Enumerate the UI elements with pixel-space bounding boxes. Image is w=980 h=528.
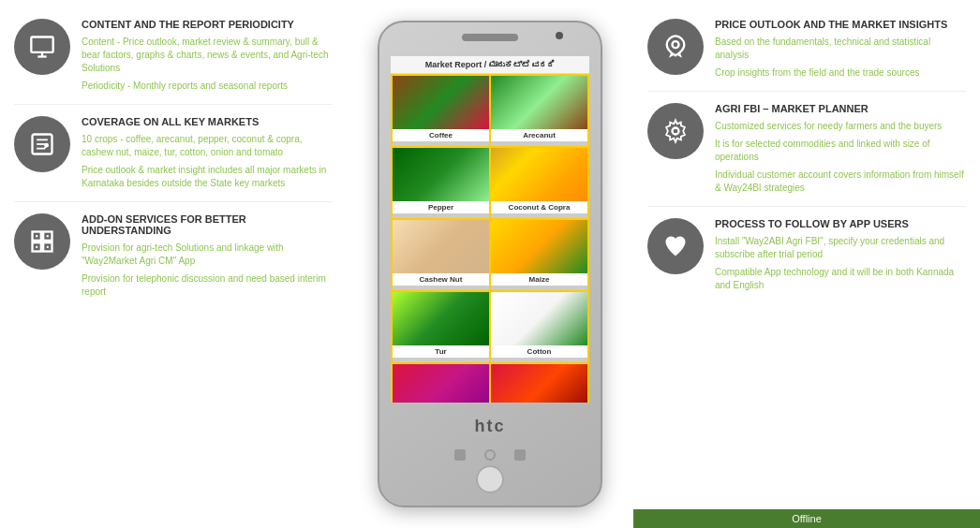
- crop-image-maize: [491, 220, 587, 273]
- phone-camera: [556, 32, 563, 39]
- crop-label-cotton: Cotton: [491, 345, 587, 358]
- feature-text-coverage: COVERAGE ON ALL KEY MARKETS 10 crops - c…: [82, 116, 333, 190]
- svg-point-16: [673, 128, 679, 135]
- monitor-icon-circle: [14, 19, 70, 75]
- feature-block-content: CONTENT AND THE REPORT PERIODICITY Conte…: [14, 9, 333, 102]
- screen-header: Market Report / ಮಾರುಕಟ್ಟೆ ವರದಿ: [391, 56, 589, 74]
- heart-icon: [662, 233, 689, 259]
- divider-1: [14, 104, 333, 105]
- heart-icon-circle: [647, 218, 704, 274]
- divider-2: [14, 201, 333, 202]
- phone-bottom-nav: [454, 449, 526, 461]
- gear-icon-circle: [647, 103, 704, 159]
- phone-mockup: Market Report / ಮಾರುಕಟ್ಟೆ ವರದಿ Coffee Ar…: [378, 21, 602, 507]
- feature-text-addon: ADD-ON SERVICES FOR BETTER UNDERSTANDING…: [82, 213, 333, 299]
- phone-brand-area: htc: [379, 403, 601, 449]
- home-btn[interactable]: [484, 449, 496, 461]
- feature-title-addon: ADD-ON SERVICES FOR BETTER UNDERSTANDING: [82, 213, 333, 236]
- crop-cell-coffee[interactable]: Coffee: [393, 76, 489, 146]
- feature-block-process: PROCESS TO FOLLOW BY APP USERS Install "…: [647, 209, 966, 301]
- feature-desc-process-1: Install "Way2ABI Agri FBI", specify your…: [715, 235, 966, 261]
- svg-point-15: [673, 41, 679, 48]
- phone-bottom-bar: htc: [379, 403, 601, 506]
- feature-desc-addon-1: Provision for agri-tech Solutions and li…: [82, 242, 333, 268]
- recents-btn[interactable]: [514, 449, 526, 461]
- svg-point-6: [44, 143, 49, 148]
- crop-image-tur: [393, 292, 489, 345]
- crop-image-cashew: [393, 220, 489, 273]
- phone-brand-label: htc: [475, 417, 506, 436]
- crop-label-coffee: Coffee: [393, 129, 489, 141]
- feature-block-price: PRICE OUTLOOK AND THE MARKET INSIGHTS Ba…: [647, 9, 966, 89]
- center-column: Market Report / ಮಾರುಕಟ್ಟೆ ವರದಿ Coffee Ar…: [347, 0, 633, 528]
- feature-block-agri: AGRI FBI – MARKET PLANNER Customized ser…: [647, 94, 966, 204]
- svg-point-12: [47, 235, 49, 237]
- crop-cell-tomato[interactable]: Tomato: [491, 364, 587, 403]
- crop-image-onion: [393, 364, 489, 403]
- feature-desc-process-2: Compatible App technology and it will be…: [715, 266, 966, 292]
- left-column: CONTENT AND THE REPORT PERIODICITY Conte…: [0, 0, 347, 528]
- crop-image-coconut: [491, 148, 587, 201]
- divider-4: [647, 206, 966, 207]
- phone-screen: Market Report / ಮಾರುಕಟ್ಟೆ ವರದಿ Coffee Ar…: [391, 56, 589, 403]
- feature-desc-price-1: Based on the fundamentals, technical and…: [715, 36, 966, 62]
- feature-desc-agri-1: Customized services for needy farmers an…: [715, 120, 966, 133]
- phone-speaker: [462, 34, 518, 41]
- crop-cell-maize[interactable]: Maize: [491, 220, 587, 290]
- addon-icon-circle: [14, 213, 70, 270]
- feature-desc-content-1: Content - Price outlook, market review &…: [82, 36, 333, 75]
- svg-point-14: [47, 246, 49, 248]
- crop-image-arecanut: [491, 76, 587, 129]
- crop-cell-arecanut[interactable]: Arecanut: [491, 76, 587, 146]
- addon-icon: [29, 228, 55, 255]
- phone-bottom-button[interactable]: [476, 465, 504, 493]
- crop-cell-cotton[interactable]: Cotton: [491, 292, 587, 362]
- feature-desc-coverage-1: 10 crops - coffee, arecanut, pepper, coc…: [82, 133, 333, 159]
- feature-text-process: PROCESS TO FOLLOW BY APP USERS Install "…: [715, 218, 966, 292]
- crop-cell-pepper[interactable]: Pepper: [393, 148, 489, 218]
- feature-desc-agri-2: It is for selected commodities and linke…: [715, 138, 966, 164]
- phone-top-bar: [379, 22, 601, 56]
- crop-label-maize: Maize: [491, 273, 587, 286]
- svg-point-13: [36, 246, 37, 248]
- page-container: CONTENT AND THE REPORT PERIODICITY Conte…: [0, 0, 980, 528]
- crop-label-coconut: Coconut & Copra: [491, 201, 587, 213]
- feature-text-price: PRICE OUTLOOK AND THE MARKET INSIGHTS Ba…: [715, 19, 966, 80]
- feature-title-agri: AGRI FBI – MARKET PLANNER: [715, 103, 966, 114]
- right-column: PRICE OUTLOOK AND THE MARKET INSIGHTS Ba…: [633, 0, 980, 528]
- feature-title-process: PROCESS TO FOLLOW BY APP USERS: [715, 218, 966, 229]
- rocket-icon: [662, 34, 689, 60]
- crop-cell-tur[interactable]: Tur: [393, 292, 489, 362]
- edit-icon: [29, 131, 55, 157]
- offline-label: Offline: [792, 513, 822, 524]
- crop-label-pepper: Pepper: [393, 201, 489, 213]
- crop-label-tur: Tur: [393, 345, 489, 358]
- crop-cell-coconut[interactable]: Coconut & Copra: [491, 148, 587, 218]
- crop-label-cashew: Cashew Nut: [393, 273, 489, 286]
- divider-3: [647, 91, 966, 92]
- crops-grid: Coffee Arecanut Pepper Coconut & Copra: [391, 74, 589, 403]
- offline-bar: Offline: [633, 509, 980, 528]
- feature-desc-price-2: Crop insights from the field and the tra…: [715, 66, 966, 80]
- gear-icon: [662, 118, 689, 144]
- crop-image-tomato: [491, 364, 587, 403]
- feature-text-agri: AGRI FBI – MARKET PLANNER Customized ser…: [715, 103, 966, 195]
- monitor-icon: [29, 34, 55, 60]
- feature-desc-addon-2: Provision for telephonic discussion and …: [82, 272, 333, 299]
- feature-desc-content-2: Periodicity - Monthly reports and season…: [82, 80, 333, 93]
- crop-image-pepper: [393, 148, 489, 201]
- svg-point-11: [36, 235, 37, 237]
- feature-desc-agri-3: Individual customer account covers infor…: [715, 169, 966, 195]
- edit-icon-circle: [14, 116, 70, 172]
- feature-block-coverage: COVERAGE ON ALL KEY MARKETS 10 crops - c…: [14, 107, 333, 199]
- back-btn[interactable]: [454, 449, 466, 461]
- crop-image-coffee: [393, 76, 489, 129]
- rocket-icon-circle: [647, 19, 704, 75]
- crop-cell-onion[interactable]: Onion: [393, 364, 489, 403]
- feature-title-content: CONTENT AND THE REPORT PERIODICITY: [82, 19, 333, 30]
- feature-title-coverage: COVERAGE ON ALL KEY MARKETS: [82, 116, 333, 127]
- feature-text-content: CONTENT AND THE REPORT PERIODICITY Conte…: [82, 19, 333, 93]
- crop-label-arecanut: Arecanut: [491, 129, 587, 141]
- feature-desc-coverage-2: Price outlook & market insight includes …: [82, 164, 333, 190]
- crop-cell-cashew[interactable]: Cashew Nut: [393, 220, 489, 290]
